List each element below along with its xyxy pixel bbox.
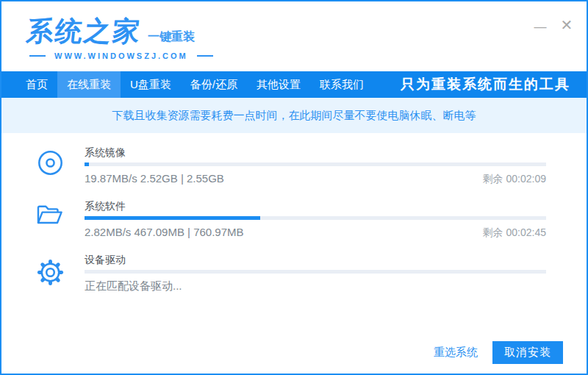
logo: 系统之家 一键重装 WWW.WINDOWSZJ.COM — [26, 18, 213, 60]
disc-icon — [31, 145, 69, 186]
window-controls: — ✕ — [532, 16, 575, 33]
logo-divider-left — [29, 55, 46, 57]
task-row-system-image: 系统镜像 19.87MB/s 2.52GB | 2.55GB 剩余 00:02:… — [31, 145, 546, 186]
tab-other-settings[interactable]: 其他设置 — [247, 71, 310, 98]
task-row-device-driver: 设备驱动 正在匹配设备驱动... — [31, 252, 546, 293]
gear-icon — [31, 252, 69, 293]
progress-bar — [85, 216, 546, 220]
task-detail: 2.82MB/s 467.09MB | 760.97MB — [85, 226, 244, 238]
cancel-install-button[interactable]: 取消安装 — [492, 341, 563, 364]
app-window: 系统之家 一键重装 WWW.WINDOWSZJ.COM — ✕ 首页 在线重装 … — [0, 0, 588, 375]
tab-online-reinstall[interactable]: 在线重装 — [57, 71, 121, 98]
progress-fill — [85, 162, 89, 166]
folder-icon — [31, 199, 69, 240]
task-detail: 19.87MB/s 2.52GB | 2.55GB — [85, 172, 224, 185]
task-remaining: 剩余 00:02:09 — [483, 173, 546, 186]
tab-backup-restore[interactable]: 备份/还原 — [181, 71, 247, 98]
footer-actions: 重选系统 取消安装 — [434, 341, 563, 364]
logo-divider-right — [197, 55, 213, 57]
progress-bar — [85, 162, 546, 166]
close-button[interactable]: ✕ — [559, 18, 575, 32]
nav-bar: 首页 在线重装 U盘重装 备份/还原 其他设置 联系我们 只为重装系统而生的工具 — [1, 71, 587, 98]
notice-bar: 下载且收集资源需要耗费一点时间，在此期间尽量不要使电脑休眠、断电等 — [1, 98, 587, 133]
task-label: 设备驱动 — [85, 252, 546, 265]
progress-bar — [85, 270, 546, 274]
tab-home[interactable]: 首页 — [16, 71, 57, 98]
logo-subtitle: 一键重装 — [148, 31, 195, 45]
task-remaining: 剩余 00:02:45 — [483, 226, 546, 240]
logo-title: 系统之家 — [25, 18, 143, 45]
title-bar: 系统之家 一键重装 WWW.WINDOWSZJ.COM — ✕ — [1, 1, 587, 71]
task-label: 系统软件 — [85, 199, 546, 211]
task-label: 系统镜像 — [85, 145, 546, 157]
notice-text: 下载且收集资源需要耗费一点时间，在此期间尽量不要使电脑休眠、断电等 — [112, 109, 476, 123]
tab-contact-us[interactable]: 联系我们 — [310, 71, 373, 98]
minimize-button[interactable]: — — [532, 16, 548, 33]
logo-website: WWW.WINDOWSZJ.COM — [54, 51, 188, 60]
task-row-system-software: 系统软件 2.82MB/s 467.09MB | 760.97MB 剩余 00:… — [31, 199, 546, 240]
task-list: 系统镜像 19.87MB/s 2.52GB | 2.55GB 剩余 00:02:… — [1, 133, 587, 374]
tab-usb-reinstall[interactable]: U盘重装 — [121, 71, 181, 98]
task-detail: 正在匹配设备驱动... — [85, 279, 182, 293]
reselect-system-link[interactable]: 重选系统 — [434, 346, 478, 360]
progress-fill — [85, 216, 260, 220]
nav-slogan: 只为重装系统而生的工具 — [401, 71, 570, 98]
